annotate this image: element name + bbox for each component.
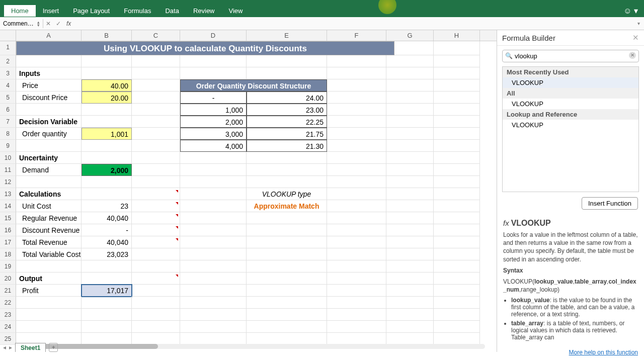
formula-search-input[interactable] bbox=[502, 50, 639, 62]
ribbon-tab-home[interactable]: Home bbox=[4, 5, 36, 17]
col-header-b[interactable]: B bbox=[82, 30, 132, 41]
col-header-h[interactable]: H bbox=[434, 30, 480, 41]
share-smiley-icon[interactable]: ☺ ▾ bbox=[623, 6, 644, 16]
formula-bar-expand-icon[interactable]: ▾ bbox=[637, 21, 644, 26]
cell-price: 40.00 bbox=[82, 79, 132, 92]
ribbon-tab-review[interactable]: Review bbox=[186, 5, 222, 17]
insert-function-button[interactable]: Insert Function bbox=[582, 197, 638, 210]
function-item-vlookup[interactable]: VLOOKUP bbox=[503, 77, 638, 88]
add-sheet-button[interactable]: + bbox=[49, 343, 58, 352]
ribbon-tab-view[interactable]: View bbox=[222, 5, 250, 17]
fx-label: fx bbox=[66, 20, 71, 27]
function-list[interactable]: Most Recently Used VLOOKUP All VLOOKUP L… bbox=[502, 66, 639, 192]
cancel-formula-icon[interactable]: ✕ bbox=[43, 20, 53, 27]
sheet-tab[interactable]: Sheet1 bbox=[15, 343, 46, 352]
col-header-f[interactable]: F bbox=[327, 30, 386, 41]
ribbon-tab-formulas[interactable]: Formulas bbox=[117, 5, 158, 17]
spreadsheet-grid[interactable]: Using VLOOKUP to calaculate Quantity Dis… bbox=[0, 41, 497, 345]
cell-order-qty: 1,001 bbox=[82, 128, 132, 140]
name-box[interactable]: Commen…▴▾ bbox=[0, 19, 43, 28]
accept-formula-icon[interactable]: ✓ bbox=[53, 20, 63, 27]
horizontal-scrollbar[interactable] bbox=[17, 344, 485, 349]
col-header-g[interactable]: G bbox=[386, 30, 434, 41]
ribbon: Home Insert Page Layout Formulas Data Re… bbox=[0, 4, 644, 17]
col-header-d[interactable]: D bbox=[180, 30, 247, 41]
sheet-nav-prev-icon[interactable]: ◂ bbox=[3, 344, 6, 351]
formula-builder-panel: Formula Builder ✕ 🔍 ✕ Most Recently Used… bbox=[497, 30, 644, 352]
cell-discount-price: 20.00 bbox=[82, 92, 132, 104]
cell-unit-cost: 23 bbox=[82, 200, 132, 212]
more-help-link[interactable]: More help on this function bbox=[569, 349, 638, 356]
ribbon-tab-data[interactable]: Data bbox=[158, 5, 186, 17]
ribbon-tab-insert[interactable]: Insert bbox=[36, 5, 66, 17]
discount-structure-header: Order Quantity Discount Structure bbox=[180, 79, 327, 92]
panel-title: Formula Builder bbox=[502, 34, 555, 42]
sheet-title: Using VLOOKUP to calaculate Quantity Dis… bbox=[16, 41, 394, 55]
formula-bar: Commen…▴▾ ✕ ✓ fx ▾ bbox=[0, 17, 644, 30]
col-header-c[interactable]: C bbox=[132, 30, 180, 41]
col-header-e[interactable]: E bbox=[247, 30, 327, 41]
cell-demand: 2,000 bbox=[82, 164, 132, 176]
search-icon: 🔍 bbox=[505, 52, 513, 59]
sheet-nav-next-icon[interactable]: ▸ bbox=[9, 344, 12, 351]
col-header-a[interactable]: A bbox=[16, 30, 82, 41]
close-panel-icon[interactable]: ✕ bbox=[632, 33, 639, 42]
clear-search-icon[interactable]: ✕ bbox=[629, 52, 636, 59]
ribbon-tab-page-layout[interactable]: Page Layout bbox=[66, 5, 117, 17]
cell-profit-selected: 17,017 bbox=[82, 285, 132, 297]
